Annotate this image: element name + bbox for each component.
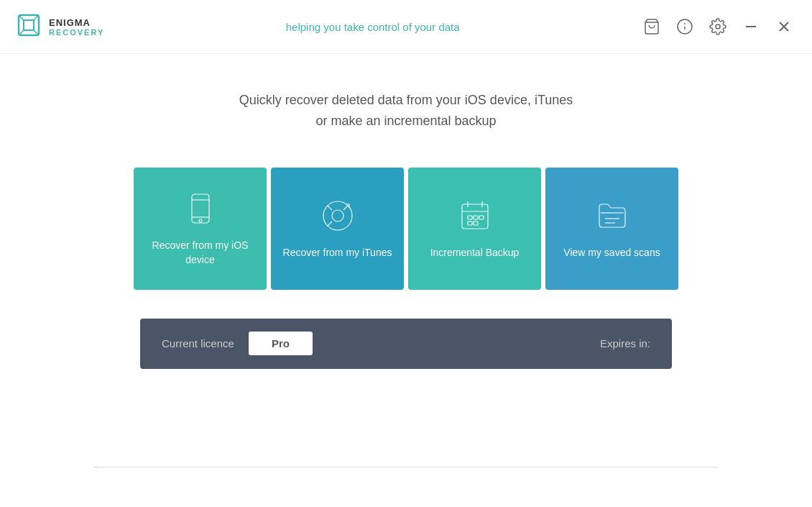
- card-itunes[interactable]: Recover from my iTunes: [271, 168, 404, 290]
- info-icon[interactable]: [674, 16, 696, 37]
- license-bar: Current licence Pro Expires in:: [140, 319, 672, 369]
- license-label: Current licence: [162, 337, 234, 350]
- main-content: Quickly recover deleted data from your i…: [0, 54, 812, 369]
- card-ios-label: Recover from my iOS device: [134, 239, 267, 267]
- license-badge: Pro: [249, 332, 313, 355]
- svg-point-19: [332, 210, 343, 221]
- calendar-icon: [456, 197, 494, 234]
- svg-rect-31: [474, 221, 478, 225]
- card-saved-scans[interactable]: View my saved scans: [545, 168, 678, 290]
- svg-point-17: [199, 219, 202, 222]
- svg-line-22: [328, 206, 332, 210]
- folder-icon: [594, 197, 631, 234]
- card-backup-label: Incremental Backup: [423, 246, 527, 260]
- card-incremental-backup[interactable]: Incremental Backup: [408, 168, 541, 290]
- svg-rect-14: [192, 194, 209, 223]
- svg-point-10: [716, 24, 720, 29]
- header-actions: [641, 16, 795, 37]
- cards-container: Recover from my iOS device Recover from …: [134, 168, 678, 290]
- card-itunes-label: Recover from my iTunes: [276, 246, 400, 260]
- header: ENIGMA RECOVERY helping you take control…: [0, 0, 812, 54]
- svg-line-21: [328, 221, 332, 226]
- svg-rect-30: [468, 221, 472, 225]
- bottom-divider: [93, 467, 719, 467]
- music-icon: [319, 197, 356, 234]
- phone-icon: [182, 190, 219, 227]
- license-expires: Expires in:: [600, 337, 650, 350]
- logo-text: ENIGMA RECOVERY: [49, 17, 104, 37]
- card-ios-device[interactable]: Recover from my iOS device: [134, 168, 267, 290]
- logo: ENIGMA RECOVERY: [17, 14, 104, 40]
- subtitle: Quickly recover deleted data from your i…: [239, 90, 573, 132]
- svg-rect-29: [479, 216, 484, 219]
- svg-rect-28: [474, 216, 478, 219]
- close-icon[interactable]: [773, 16, 795, 37]
- minimize-icon[interactable]: [740, 16, 762, 37]
- logo-icon: [17, 14, 43, 40]
- svg-line-20: [343, 206, 348, 210]
- svg-rect-27: [468, 216, 472, 219]
- settings-icon[interactable]: [707, 16, 729, 37]
- card-scans-label: View my saved scans: [556, 246, 667, 260]
- cart-icon[interactable]: [641, 16, 663, 37]
- header-tagline: helping you take control of your data: [104, 21, 641, 33]
- svg-rect-1: [24, 20, 34, 30]
